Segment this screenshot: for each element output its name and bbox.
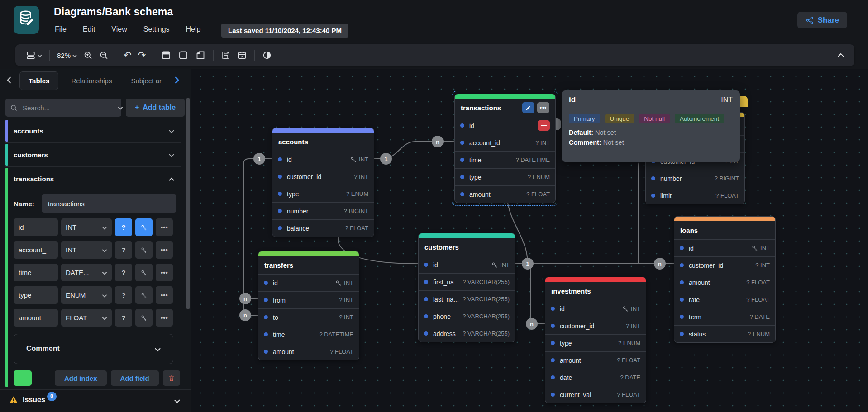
app-logo[interactable] (14, 6, 39, 34)
field-type-select[interactable]: FLOAT (61, 309, 112, 327)
add-index-button[interactable]: Add index (55, 370, 107, 386)
toolbar-collapse-button[interactable] (835, 52, 847, 59)
field-row[interactable]: id (455, 117, 555, 134)
undo-button[interactable]: ↶ (120, 48, 135, 62)
menu-file[interactable]: File (55, 25, 67, 33)
chevron-down-icon[interactable] (168, 151, 175, 159)
field-row[interactable]: number? BIGINT (646, 170, 744, 187)
field-name-input[interactable] (14, 309, 58, 327)
add-field-button[interactable]: Add field (111, 370, 159, 386)
field-nullable-toggle[interactable]: ? (115, 218, 132, 236)
todo-button[interactable] (234, 47, 250, 63)
chevron-down-icon[interactable] (168, 127, 175, 135)
tabs-scroll-left-button[interactable] (4, 76, 14, 86)
sidebar-item-transactions[interactable]: transactions (5, 168, 181, 189)
chevron-down-icon[interactable] (174, 397, 181, 405)
field-primary-key-toggle[interactable] (135, 264, 153, 281)
field-row[interactable]: time? DATETIME (258, 326, 359, 343)
field-nullable-toggle[interactable]: ? (115, 241, 132, 259)
field-row[interactable]: status? ENUM (674, 326, 775, 342)
save-button[interactable] (218, 47, 234, 63)
field-more-button[interactable]: ••• (156, 286, 173, 304)
menu-view[interactable]: View (111, 25, 127, 33)
canvas-table-transfers[interactable]: transfersidINTfrom? INTto? INTtime? DATE… (258, 251, 359, 360)
field-row[interactable]: customer_id? INT (545, 317, 646, 335)
chevron-down-icon[interactable] (118, 104, 123, 112)
sidebar-item-accounts[interactable]: accounts (5, 120, 181, 142)
field-row[interactable]: amount? FLOAT (674, 274, 775, 291)
add-table-button[interactable]: + Add table (126, 99, 185, 117)
field-row[interactable]: account_id? INT (455, 134, 555, 152)
field-row[interactable]: customer_id? INT (272, 168, 374, 185)
field-row[interactable]: first_na...? VARCHAR(255) (419, 274, 515, 291)
comment-section[interactable]: Comment (14, 334, 173, 364)
field-primary-key-toggle[interactable] (135, 286, 153, 304)
tabs-scroll-right-button[interactable] (172, 76, 182, 86)
diagram-canvas[interactable]: 1nn1n11nn credit_cardsidINTcustomer_id? … (191, 69, 868, 412)
chevron-up-icon[interactable] (168, 175, 175, 183)
relationship-line[interactable] (639, 160, 645, 264)
redo-button[interactable]: ↷ (135, 48, 149, 62)
table-more-button[interactable]: ••• (537, 102, 549, 113)
field-row[interactable]: to? INT (258, 309, 359, 326)
field-more-button[interactable]: ••• (156, 309, 173, 327)
field-nullable-toggle[interactable]: ? (115, 264, 132, 281)
field-row[interactable]: phone? VARCHAR(255) (419, 308, 515, 325)
field-name-input[interactable] (14, 286, 58, 304)
share-button[interactable]: Share (797, 12, 847, 28)
field-more-button[interactable]: ••• (156, 264, 173, 281)
edit-table-button[interactable] (522, 102, 534, 113)
field-row[interactable]: last_na...? VARCHAR(255) (419, 291, 515, 308)
field-type-select[interactable]: INT (61, 218, 112, 236)
search-input[interactable] (22, 104, 114, 112)
field-row[interactable]: idINT (674, 240, 775, 257)
canvas-table-accounts[interactable]: accountsidINTcustomer_id? INTtype? ENUMn… (272, 128, 374, 237)
canvas-table-transactions[interactable]: transactions•••idaccount_id? INTtime? DA… (454, 94, 556, 203)
connection-handle[interactable] (556, 118, 561, 130)
field-row[interactable]: from? INT (258, 292, 359, 309)
field-more-button[interactable]: ••• (156, 218, 173, 236)
view-mode-button[interactable] (23, 47, 45, 63)
field-row[interactable]: rate? FLOAT (674, 291, 775, 308)
field-row[interactable]: idINT (419, 256, 515, 274)
field-row[interactable]: type? ENUM (272, 185, 374, 203)
menu-help[interactable]: Help (186, 25, 201, 33)
delete-table-button[interactable] (163, 370, 180, 386)
field-name-input[interactable] (14, 241, 58, 259)
field-primary-key-toggle[interactable] (135, 309, 153, 327)
zoom-in-button[interactable] (80, 48, 96, 63)
theme-toggle-button[interactable] (259, 47, 275, 63)
field-row[interactable]: time? DATETIME (455, 152, 555, 169)
canvas-table-investments[interactable]: investmentsidINTcustomer_id? INTtype? EN… (545, 277, 646, 403)
field-name-input[interactable] (14, 218, 58, 236)
field-row[interactable]: number? BIGINT (272, 203, 374, 220)
issues-bar[interactable]: Issues 0 (0, 389, 191, 410)
add-table-tool-button[interactable] (157, 47, 175, 63)
field-nullable-toggle[interactable]: ? (115, 286, 132, 304)
delete-field-button[interactable] (538, 120, 550, 131)
field-row[interactable]: type? ENUM (455, 169, 555, 186)
field-row[interactable]: amount? FLOAT (455, 186, 555, 203)
field-row[interactable]: idINT (545, 300, 646, 317)
field-row[interactable]: amount? FLOAT (258, 343, 359, 360)
field-primary-key-toggle[interactable] (135, 241, 153, 259)
tab-relationships[interactable]: Relationships (71, 77, 112, 85)
field-nullable-toggle[interactable]: ? (115, 309, 132, 327)
field-name-input[interactable] (14, 264, 58, 281)
table-name-input[interactable] (42, 194, 176, 213)
field-type-select[interactable]: INT (61, 241, 112, 259)
field-row[interactable]: type? ENUM (545, 335, 646, 352)
zoom-out-button[interactable] (96, 48, 112, 63)
field-row[interactable]: limit? FLOAT (646, 187, 744, 204)
zoom-level-dropdown[interactable]: 82% (54, 49, 80, 62)
sidebar-item-customers[interactable]: customers (5, 144, 181, 166)
canvas-table-loans[interactable]: loansidINTcustomer_id? INTamount? FLOATr… (674, 216, 776, 343)
field-type-select[interactable]: DATE... (61, 264, 112, 281)
menu-settings[interactable]: Settings (143, 25, 170, 33)
field-row[interactable]: idINT (258, 275, 359, 292)
field-row[interactable]: amount? FLOAT (545, 352, 646, 369)
menu-edit[interactable]: Edit (83, 25, 95, 33)
add-subject-area-button[interactable] (175, 47, 192, 63)
field-primary-key-toggle[interactable] (135, 218, 153, 236)
relationship-line[interactable] (531, 264, 545, 324)
